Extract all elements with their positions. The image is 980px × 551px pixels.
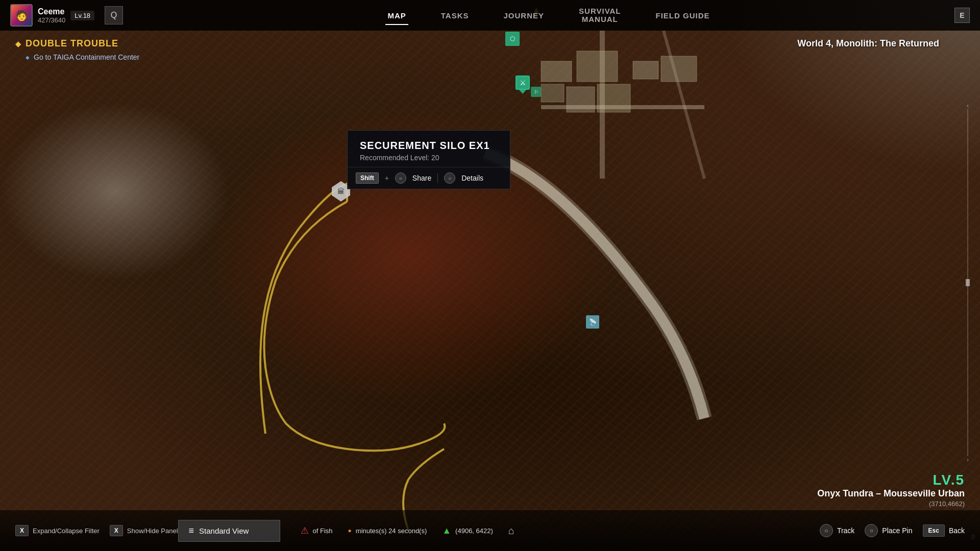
player-level: Lv.18 bbox=[70, 11, 94, 20]
map-scrollbar[interactable]: ‹ › 0 bbox=[966, 102, 970, 449]
standard-view-button[interactable]: ≡ Standard View bbox=[178, 520, 280, 542]
back-label: Back bbox=[949, 527, 965, 535]
tab-field-guide[interactable]: FIELD GUIDE bbox=[654, 7, 712, 24]
snow-area-northeast bbox=[674, 0, 980, 204]
tab-tasks[interactable]: TASKS bbox=[439, 7, 471, 24]
tooltip-actions: Shift + ○ Share ○ Details bbox=[348, 167, 510, 189]
timer-dot: ● bbox=[348, 527, 352, 534]
signal-tower-icon: 📡 bbox=[586, 315, 599, 329]
snow-area-west bbox=[0, 102, 230, 281]
show-hide-label: Show/Hide Panel bbox=[127, 527, 178, 535]
tab-map[interactable]: MAP bbox=[385, 7, 408, 24]
bottom-bar: X Expand/Collapse Filter X Show/Hide Pan… bbox=[0, 510, 980, 551]
home-icon: ⌂ bbox=[508, 525, 514, 537]
tab-journey[interactable]: JOURNEY bbox=[502, 7, 547, 24]
track-icon: ○ bbox=[820, 524, 833, 537]
top-navigation-bar: 🧑 Ceeme 427/3640 Lv.18 Q MAP TASKS JOURN… bbox=[0, 0, 980, 31]
map-icon-settlement1[interactable]: ⬡ bbox=[505, 32, 520, 46]
timer-text: minutes(s) 24 second(s) bbox=[356, 527, 427, 535]
place-pin-label: Place Pin bbox=[882, 527, 912, 535]
navigation-tabs: MAP TASKS JOURNEY SURVIVAL MANUAL FIELD … bbox=[143, 3, 954, 28]
place-pin-action[interactable]: ○ Place Pin bbox=[865, 524, 912, 537]
scrollbar-thumb[interactable] bbox=[966, 279, 970, 286]
bottom-actions: ○ Track ○ Place Pin Esc Back bbox=[820, 524, 965, 537]
quest-panel: DOUBLE TROUBLE Go to TAIGA Containment C… bbox=[15, 38, 139, 61]
tooltip-details-label[interactable]: Details bbox=[461, 174, 483, 182]
location-tooltip: SECUREMENT SILO EX1 Recommended Level: 2… bbox=[347, 130, 510, 189]
status-position: ▲ (4906, 6422) bbox=[442, 525, 493, 536]
player-info: 🧑 Ceeme 427/3640 Lv.18 Q bbox=[0, 4, 143, 27]
tooltip-recommended-level: Recommended Level: 20 bbox=[360, 154, 498, 162]
x-key-1: X bbox=[15, 525, 29, 536]
coordinates-display: (4906, 6422) bbox=[455, 527, 493, 535]
place-pin-icon: ○ bbox=[865, 524, 878, 537]
esc-key: Esc bbox=[923, 524, 945, 537]
quest-title: DOUBLE TROUBLE bbox=[15, 38, 139, 49]
track-label: Track bbox=[837, 527, 854, 535]
tab-survival-manual[interactable]: SURVIVAL MANUAL bbox=[577, 3, 623, 28]
area-level: LV.5 bbox=[817, 472, 965, 488]
tooltip-header: SECUREMENT SILO EX1 Recommended Level: 2… bbox=[348, 131, 510, 167]
tooltip-details-icon: ○ bbox=[444, 172, 455, 184]
inventory-button[interactable]: Q bbox=[105, 6, 123, 24]
x-key-2: X bbox=[110, 525, 123, 536]
player-character-marker: ⚔ bbox=[516, 76, 530, 94]
status-timer: ● minutes(s) 24 second(s) bbox=[348, 527, 427, 535]
tooltip-separator bbox=[437, 173, 438, 183]
shift-key-badge: Shift bbox=[356, 172, 379, 184]
position-arrow-icon: ▲ bbox=[442, 525, 451, 536]
back-action[interactable]: Esc Back bbox=[923, 524, 965, 537]
tooltip-location-name: SECUREMENT SILO EX1 bbox=[360, 140, 498, 152]
tooltip-share-label[interactable]: Share bbox=[412, 174, 431, 182]
fish-label: of Fish bbox=[313, 527, 333, 535]
track-action[interactable]: ○ Track bbox=[820, 524, 854, 537]
location-info-panel: LV.5 Onyx Tundra – Mousseville Urban (37… bbox=[817, 472, 965, 508]
tooltip-plus: + bbox=[385, 174, 389, 182]
player-xp: 427/3640 bbox=[38, 16, 65, 24]
key-hints-left: X Expand/Collapse Filter X Show/Hide Pan… bbox=[15, 525, 178, 536]
warning-icon: ⚠ bbox=[301, 525, 309, 536]
player-name: Ceeme bbox=[38, 7, 65, 16]
expand-filter-label: Expand/Collapse Filter bbox=[33, 527, 100, 535]
map-background: ⬡ ⚔ ⚐ 📡 🏛 ▲ bbox=[0, 0, 980, 551]
status-home: ⌂ bbox=[508, 525, 514, 537]
bottom-status-bar: ⚠ of Fish ● minutes(s) 24 second(s) ▲ (4… bbox=[301, 525, 560, 537]
player-marker-2: ⚐ bbox=[531, 87, 541, 97]
expand-filter-hint: X Expand/Collapse Filter bbox=[15, 525, 100, 536]
scroll-arrow-down[interactable]: › bbox=[966, 456, 970, 463]
status-warning: ⚠ of Fish bbox=[301, 525, 333, 536]
quest-objective: Go to TAIGA Containment Center bbox=[15, 53, 139, 61]
standard-view-label: Standard View bbox=[199, 527, 249, 535]
world-label: World 4, Monolith: The Returned bbox=[797, 38, 939, 49]
scroll-arrow-up[interactable]: ‹ bbox=[966, 102, 970, 109]
player-avatar: 🧑 bbox=[10, 4, 33, 27]
show-hide-hint: X Show/Hide Panel bbox=[110, 525, 178, 536]
scrollbar-track bbox=[967, 109, 968, 456]
e-key-button[interactable]: E bbox=[954, 8, 970, 23]
tooltip-mouse-icon: ○ bbox=[395, 172, 406, 184]
location-name: Onyx Tundra – Mousseville Urban bbox=[817, 488, 965, 499]
location-coordinates: (3710,4662) bbox=[817, 500, 965, 508]
view-icon: ≡ bbox=[189, 525, 194, 536]
